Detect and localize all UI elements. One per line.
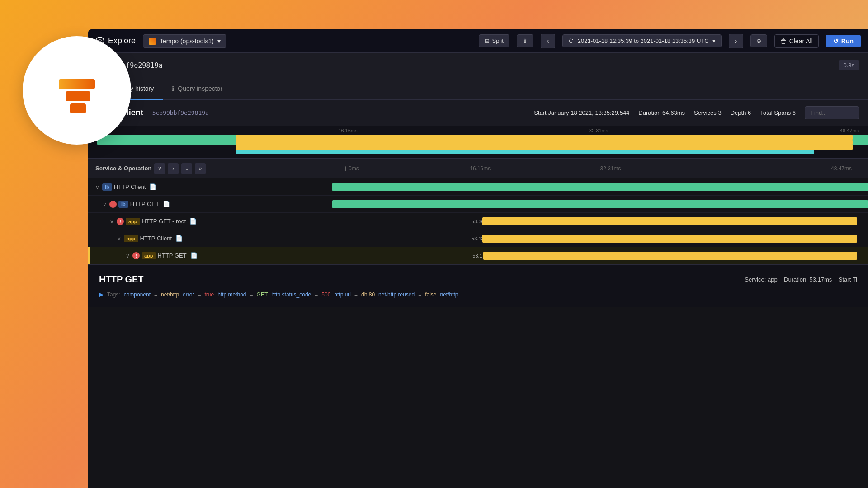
tag-reused-value: false: [425, 291, 436, 298]
error-icon-4: !: [132, 252, 140, 259]
time-range-picker[interactable]: ⏱ 2021-01-18 12:35:39 to 2021-01-18 13:3…: [562, 34, 722, 47]
clear-all-label: Clear All: [789, 38, 813, 45]
svg-rect-2: [70, 103, 86, 113]
tag-net-key: net/http: [440, 291, 458, 298]
duration-label: Duration 64.63ms: [638, 109, 685, 116]
table-row[interactable]: ∨ app HTTP Client 📄 53.13ms: [88, 230, 868, 247]
trace-id-small: 5cb99bbf9e29819a: [152, 109, 209, 116]
start-value: January 18 2021, 13:35:29.544: [548, 109, 629, 116]
service-value: app: [768, 276, 778, 283]
service-op-label: Service & Operation: [95, 165, 151, 172]
explore-label: Explore: [108, 36, 136, 46]
span-bar-2: [482, 217, 858, 225]
expand-next-btn[interactable]: ›: [168, 163, 179, 174]
duration-meta-value: 53.17ms: [809, 276, 832, 283]
header-time-1: 16.16ms: [470, 165, 491, 172]
doc-icon-0: 📄: [149, 183, 156, 190]
detail-panel: HTTP GET Service: app Duration: 53.17ms …: [88, 264, 868, 307]
svg-rect-0: [59, 79, 95, 89]
duration-meta-label: Duration:: [784, 276, 808, 283]
duration-value: 64.63ms: [662, 109, 685, 116]
tag-reused-key: net/http.reused: [378, 291, 415, 298]
timeline-minimap: 0ms 16.16ms 32.31ms 48.47ms: [88, 126, 868, 159]
op-name-3: HTTP Client: [140, 235, 172, 242]
row-timeline-0: [332, 178, 868, 196]
tags-label: Tags:: [107, 291, 120, 298]
row-timeline-3: 53.13ms: [332, 230, 868, 247]
op-name-4: HTTP GET: [158, 252, 187, 259]
tag-component-value: net/http: [161, 291, 179, 298]
op-name-2: HTTP GET - root: [142, 218, 186, 225]
row-label-0: ∨ lb HTTP Client 📄: [88, 183, 332, 191]
total-spans-label: Total Spans 6: [760, 109, 796, 116]
minimap-bar-5: [236, 150, 814, 154]
expand-all-btn[interactable]: »: [195, 163, 206, 174]
pause-btn[interactable]: ⏸: [340, 164, 349, 173]
table-row[interactable]: ∨ ! app HTTP GET 📄 53.17ms: [88, 247, 868, 264]
run-label: Run: [841, 38, 854, 45]
split-button[interactable]: ⊟ Split: [479, 34, 509, 47]
content-area: 5cb99bbf9e29819a 0.8s ⏱ Query history ℹ …: [88, 53, 868, 488]
doc-icon-4: 📄: [190, 252, 198, 259]
service-badge-app-2: app: [126, 218, 140, 225]
collapse-all-btn[interactable]: ∨: [154, 163, 165, 174]
next-button[interactable]: ›: [729, 34, 743, 48]
prev-button[interactable]: ‹: [541, 34, 555, 48]
span-bar-3: [482, 235, 858, 243]
services-value: 3: [718, 109, 721, 116]
tag-url-value: db:80: [361, 291, 375, 298]
svg-rect-1: [66, 91, 90, 101]
trace-duration-badge: 0.8s: [839, 60, 859, 70]
detail-tags: ▶ Tags: component = net/http error = tru…: [99, 291, 857, 298]
table-row[interactable]: ∨ ! app HTTP GET - root 📄 53.36ms: [88, 213, 868, 230]
clear-all-button[interactable]: 🗑 Clear All: [774, 34, 819, 48]
service-badge-app-3: app: [124, 235, 138, 242]
minimap-bars: [97, 135, 868, 158]
find-input[interactable]: [805, 106, 859, 119]
time-range-value: 2021-01-18 12:35:39 to 2021-01-18 13:35:…: [578, 38, 709, 44]
top-nav: ◎ Explore Tempo (ops-tools1) ▾ ⊟ Split ⇧…: [88, 29, 868, 53]
detail-title: HTTP GET: [99, 274, 144, 285]
tag-error-key: error: [183, 291, 194, 298]
table-row[interactable]: ∨ ! lb HTTP GET 📄: [88, 196, 868, 213]
share-button[interactable]: ⇧: [517, 34, 533, 47]
zoom-icon: ⊖: [756, 38, 761, 44]
minimap-time-2: 32.31ms: [589, 128, 608, 133]
collapse-btn[interactable]: ⌄: [181, 163, 192, 174]
depth-value: 6: [748, 109, 751, 116]
zoom-button[interactable]: ⊖: [750, 34, 767, 47]
start-label: Start January 18 2021, 13:35:29.544: [534, 109, 629, 116]
chevron-icon: ∨: [110, 218, 114, 225]
chevron-icon: ∨: [126, 253, 130, 259]
tab-query-inspector[interactable]: ℹ Query inspector: [163, 78, 231, 100]
minimap-time-1: 16.16ms: [338, 128, 357, 133]
doc-icon-2: 📄: [189, 218, 197, 225]
span-bar-1: [332, 200, 868, 208]
col-service-op-header: Service & Operation ∨ › ⌄ »: [95, 163, 340, 174]
span-bar-4: [483, 252, 857, 260]
prev-icon: ‹: [547, 37, 549, 45]
doc-icon-1: 📄: [163, 201, 170, 207]
service-badge-lb-1: lb: [118, 201, 128, 208]
tag-method-key: http.method: [217, 291, 246, 298]
tag-method-value: GET: [257, 291, 268, 298]
share-icon: ⇧: [523, 38, 528, 44]
minimap-bar-4: [236, 145, 853, 150]
trace-meta: Start January 18 2021, 13:35:29.544 Dura…: [534, 106, 859, 119]
chevron-icon: ∨: [117, 235, 121, 242]
doc-icon-3: 📄: [175, 235, 183, 242]
depth-label: Depth 6: [731, 109, 751, 116]
table-row[interactable]: ∨ lb HTTP Client 📄: [88, 178, 868, 196]
detail-meta: Service: app Duration: 53.17ms Start Ti: [745, 276, 857, 283]
row-timeline-4: 53.17ms: [334, 247, 868, 264]
tempo-icon: [149, 38, 156, 45]
time-icon: ⏱: [568, 38, 574, 44]
datasource-selector[interactable]: Tempo (ops-tools1) ▾: [143, 34, 226, 48]
total-spans-value: 6: [793, 109, 796, 116]
run-button[interactable]: ↺ Run: [826, 35, 861, 47]
service-badge-app-4: app: [142, 252, 156, 259]
tags-expand-btn[interactable]: ▶: [99, 291, 104, 298]
row-label-3: ∨ app HTTP Client 📄: [88, 235, 332, 242]
tag-status-key: http.status_code: [271, 291, 311, 298]
service-badge-lb-0: lb: [102, 183, 112, 191]
